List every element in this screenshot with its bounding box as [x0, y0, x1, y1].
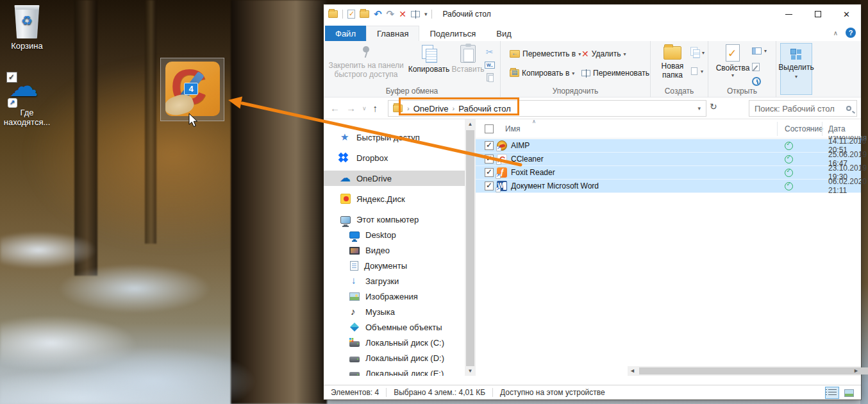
- table-row[interactable]: Документ Microsoft Word 06.02.2020 21:11…: [476, 180, 861, 193]
- address-bar[interactable]: › OneDrive › Рабочий стол ▾: [388, 100, 706, 117]
- table-row[interactable]: AIMP 14.11.2016 20:51 Ярлык: [476, 139, 861, 153]
- delete-icon[interactable]: ✕: [399, 10, 406, 19]
- open-panel-button[interactable]: ▾: [752, 47, 767, 55]
- delete-button[interactable]: ✕ Удалить▾: [581, 49, 626, 58]
- search-icon[interactable]: [846, 106, 851, 111]
- collapse-ribbon-icon[interactable]: ∧: [833, 29, 838, 37]
- scroll-up-icon[interactable]: ▲: [465, 119, 476, 129]
- sidebar-item[interactable]: Локальный диск (D:): [324, 350, 465, 366]
- new-folder-button[interactable]: Новаяпапка: [656, 44, 689, 80]
- close-button[interactable]: ✕: [832, 4, 861, 24]
- sidebar-item[interactable]: Быстрый доступ: [324, 130, 465, 145]
- sidebar-item[interactable]: Изображения: [324, 289, 465, 304]
- rename-icon[interactable]: [411, 11, 420, 17]
- up-icon[interactable]: ↑: [373, 103, 378, 114]
- checked-checkbox-icon[interactable]: [6, 72, 17, 83]
- sidebar-item[interactable]: Desktop: [324, 227, 465, 242]
- tab-share[interactable]: Поделиться: [419, 26, 486, 41]
- scrollbar-thumb[interactable]: [466, 130, 474, 366]
- row-checkbox[interactable]: [485, 181, 494, 190]
- search-input[interactable]: Поиск: Рабочий стол: [749, 100, 857, 117]
- sidebar-item-label: Быстрый доступ: [356, 133, 420, 142]
- ribbon-tabs: Файл Главная Поделиться Вид ∧ ?: [324, 24, 861, 41]
- sidebar-item[interactable]: Объемные объекты: [324, 319, 465, 335]
- recent-locations-icon[interactable]: ∨: [362, 105, 367, 112]
- group-label-organize: Упорядочить: [501, 87, 650, 96]
- horizontal-scrollbar[interactable]: ◄ ►: [628, 366, 861, 376]
- copy-path-icon[interactable]: [485, 62, 495, 69]
- help-icon[interactable]: ?: [846, 28, 856, 38]
- edit-button[interactable]: [752, 63, 760, 71]
- sidebar-item[interactable]: Видео: [324, 242, 465, 258]
- sidebar-item[interactable]: Загрузки: [324, 273, 465, 289]
- paste-button[interactable]: Вставить: [451, 45, 485, 74]
- rename-button[interactable]: Переименовать: [581, 69, 649, 78]
- back-icon[interactable]: ←: [330, 103, 340, 114]
- forward-icon[interactable]: →: [346, 103, 356, 114]
- undo-icon[interactable]: ↶: [374, 10, 382, 19]
- chevron-down-icon[interactable]: ▾: [424, 11, 428, 17]
- address-dropdown-icon[interactable]: ▾: [697, 105, 706, 112]
- column-header-name[interactable]: Имя: [505, 124, 520, 133]
- pin-to-quick-access-button[interactable]: Закрепить на панели быстрого доступа: [328, 45, 405, 79]
- row-checkbox[interactable]: [485, 168, 494, 177]
- details-view-button[interactable]: [825, 387, 839, 399]
- table-row[interactable]: Foxit Reader 23.10.2019 19:30 Ярлык: [476, 166, 861, 180]
- scrollbar-thumb[interactable]: [639, 367, 868, 375]
- breadcrumb-desktop[interactable]: Рабочий стол: [455, 104, 515, 114]
- sidebar-item-icon: [349, 276, 360, 286]
- copy-button[interactable]: Копировать: [406, 45, 452, 74]
- sidebar-item[interactable]: Dropbox: [324, 150, 465, 165]
- scroll-left-icon[interactable]: ◄: [628, 366, 637, 376]
- group-label-open: Открыть: [708, 87, 776, 96]
- redo-icon[interactable]: ↷: [387, 10, 395, 19]
- explorer-window: ↶ ↷ ✕ ▾ Рабочий стол ✕ Файл Главная Поде…: [324, 4, 861, 400]
- new-folder-icon[interactable]: [360, 10, 369, 18]
- sidebar-item[interactable]: Локальный диск (C:): [324, 335, 465, 350]
- paste-shortcut-icon[interactable]: [487, 73, 494, 81]
- tab-file[interactable]: Файл: [325, 26, 366, 41]
- breadcrumb-onedrive[interactable]: OneDrive: [410, 104, 453, 114]
- row-checkbox[interactable]: [485, 141, 494, 150]
- sidebar-item-icon: [349, 341, 360, 347]
- row-checkbox[interactable]: [485, 155, 494, 164]
- history-button[interactable]: [752, 77, 761, 86]
- tab-home[interactable]: Главная: [366, 26, 419, 41]
- sidebar-item-icon: [349, 231, 360, 239]
- thumbnails-view-button[interactable]: [842, 387, 856, 399]
- scroll-right-icon[interactable]: ►: [851, 366, 861, 376]
- group-label-clipboard: Буфер обмена: [324, 87, 500, 96]
- minimize-button[interactable]: [774, 4, 803, 24]
- sidebar-item[interactable]: Музыка: [324, 304, 465, 319]
- onedrive-shortcut-desktop-icon[interactable]: ☁ Где находятся...: [0, 74, 54, 127]
- tab-view[interactable]: Вид: [486, 26, 522, 41]
- select-button[interactable]: Выделить ▾: [780, 43, 812, 95]
- copy-to-icon: [510, 69, 519, 77]
- table-row[interactable]: CCleaner 25.06.2019 16:47 Ярлык: [476, 153, 861, 166]
- sidebar-item[interactable]: Документы: [324, 258, 465, 273]
- refresh-icon[interactable]: ↻: [710, 101, 717, 112]
- easy-access-button[interactable]: ▾: [690, 67, 703, 76]
- properties-button[interactable]: Свойства ▾: [716, 44, 749, 78]
- title-bar[interactable]: ↶ ↷ ✕ ▾ Рабочий стол ✕: [324, 4, 861, 24]
- sidebar-item[interactable]: Яндекс.Диск: [324, 191, 465, 206]
- sidebar-item[interactable]: Локальный диск (E:): [324, 366, 465, 376]
- easy-access-icon: [691, 67, 697, 75]
- column-header-status[interactable]: Состояние: [785, 124, 823, 133]
- properties-icon[interactable]: [347, 10, 355, 19]
- select-all-checkbox[interactable]: [485, 124, 494, 133]
- sidebar-scrollbar[interactable]: ▲ ▼: [465, 119, 476, 376]
- sidebar-item[interactable]: Этот компьютер: [324, 212, 465, 227]
- move-to-icon: [510, 50, 520, 58]
- sidebar-item[interactable]: OneDrive: [324, 171, 465, 186]
- cut-icon[interactable]: ✂: [486, 47, 494, 56]
- folder-icon[interactable]: [328, 10, 338, 18]
- scroll-down-icon[interactable]: ▼: [465, 366, 476, 376]
- move-to-button[interactable]: Переместить в▾: [510, 49, 581, 58]
- recycle-bin-desktop-icon[interactable]: Корзина: [0, 5, 54, 51]
- new-item-button[interactable]: ▾: [690, 47, 705, 58]
- copy-to-button[interactable]: Копировать в▾: [510, 69, 574, 78]
- sidebar-item-label: OneDrive: [356, 174, 392, 183]
- status-selection-info: Выбрано 4 элем.: 4,01 КБ: [387, 388, 492, 397]
- maximize-button[interactable]: [803, 4, 832, 24]
